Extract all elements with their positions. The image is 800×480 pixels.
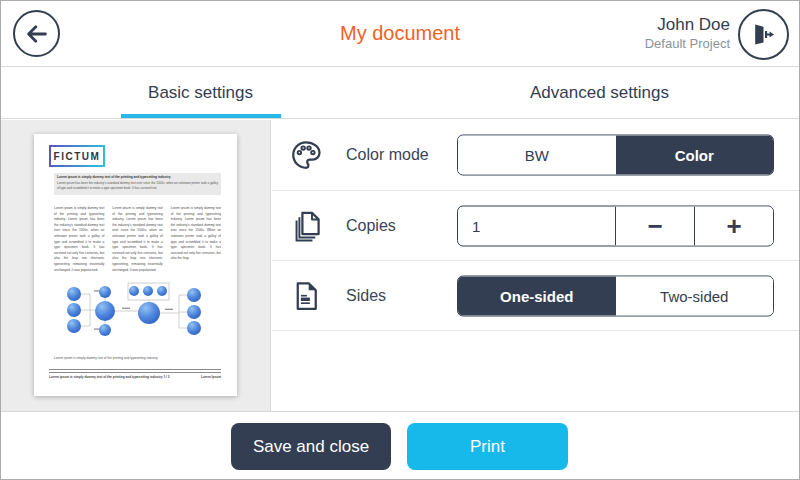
sides-option-one-sided[interactable]: One-sided	[458, 276, 616, 315]
document-bubble-diagram	[44, 282, 224, 352]
basic-settings-panel: Color mode BW Color Copies 1 − +	[272, 120, 799, 411]
document-preview-panel: FICTUM Lorem ipsum is simply dummy text …	[1, 120, 271, 411]
document-column: Lorem ipsum is simply dummy text of the …	[54, 206, 104, 282]
copies-icon	[287, 207, 325, 245]
sides-document-icon	[287, 277, 325, 315]
color-mode-toggle: BW Color	[457, 135, 774, 176]
settings-tabs: Basic settings Advanced settings	[1, 68, 799, 119]
document-preview-page: FICTUM Lorem ipsum is simply dummy text …	[34, 134, 237, 396]
tab-basic-settings-label: Basic settings	[148, 83, 253, 103]
sides-option-two-sided[interactable]: Two-sided	[616, 276, 774, 315]
document-column: Lorem ipsum is simply dummy text of the …	[112, 206, 162, 282]
color-mode-option-bw[interactable]: BW	[458, 136, 616, 175]
document-abstract-body: Lorem ipsum has been the industry's stan…	[57, 181, 218, 191]
logout-button[interactable]	[738, 9, 789, 60]
document-footer-rule	[49, 369, 221, 373]
palette-icon	[287, 136, 325, 174]
print-button[interactable]: Print	[407, 423, 568, 470]
user-project: Default Project	[645, 35, 730, 53]
document-footer: Lorem ipsum is simply dummy text of the …	[49, 375, 221, 379]
sides-toggle: One-sided Two-sided	[457, 275, 774, 316]
save-and-close-button[interactable]: Save and close	[231, 423, 391, 470]
copies-decrement-button[interactable]: −	[615, 206, 694, 245]
print-settings-screen: My document John Doe Default Project Bas…	[0, 0, 800, 480]
tab-advanced-settings[interactable]: Advanced settings	[400, 68, 799, 118]
copies-stepper: 1 − +	[457, 205, 774, 246]
top-bar: My document John Doe Default Project	[1, 1, 799, 67]
document-footer-right: Lorem Ipsum	[201, 375, 221, 379]
document-logo: FICTUM	[49, 145, 105, 167]
document-caption: Lorem ipsum is simply dummy text of the …	[54, 356, 221, 360]
copies-value-input[interactable]: 1	[458, 206, 615, 245]
setting-row-sides: Sides One-sided Two-sided	[272, 261, 799, 331]
color-mode-label: Color mode	[346, 146, 429, 164]
copies-label: Copies	[346, 217, 396, 235]
document-text-columns: Lorem ipsum is simply dummy text of the …	[54, 206, 221, 282]
sides-label: Sides	[346, 287, 386, 305]
document-column: Lorem ipsum is simply dummy text of the …	[171, 206, 221, 282]
active-tab-underline	[121, 114, 281, 118]
document-abstract: Lorem ipsum is simply dummy text of the …	[54, 173, 221, 195]
setting-row-copies: Copies 1 − +	[272, 191, 799, 261]
action-bar: Save and close Print	[1, 411, 799, 479]
user-name: John Doe	[645, 14, 730, 35]
copies-increment-button[interactable]: +	[694, 206, 773, 245]
logout-door-icon	[750, 21, 777, 48]
document-footer-left: Lorem ipsum is simply dummy text of the …	[49, 375, 170, 379]
tab-advanced-settings-label: Advanced settings	[530, 83, 669, 103]
tab-basic-settings[interactable]: Basic settings	[1, 68, 400, 118]
color-mode-option-color[interactable]: Color	[616, 136, 774, 175]
setting-row-color-mode: Color mode BW Color	[272, 120, 799, 191]
user-info: John Doe Default Project	[645, 14, 730, 53]
